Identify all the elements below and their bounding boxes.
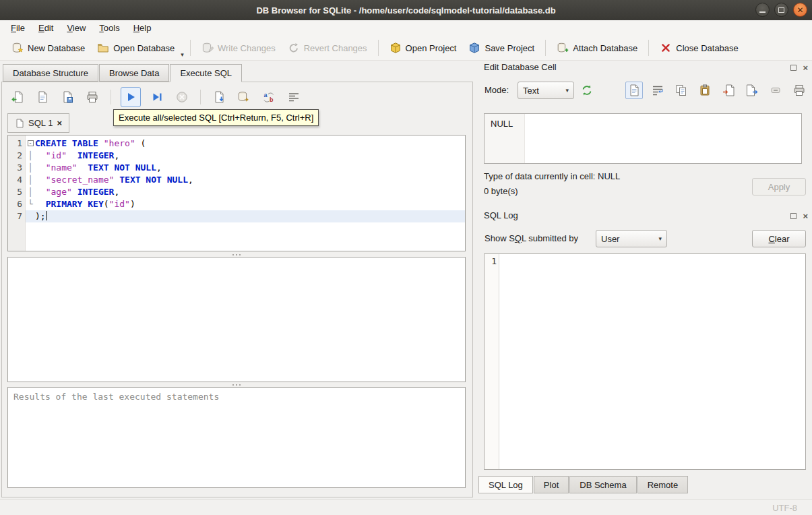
write-changes-label: Write Changes bbox=[218, 43, 276, 53]
print-button[interactable] bbox=[84, 88, 101, 106]
line-number: 4 bbox=[8, 174, 26, 186]
menu-file[interactable]: File bbox=[4, 21, 32, 35]
open-database-icon bbox=[97, 42, 109, 54]
menu-edit[interactable]: Edit bbox=[32, 21, 60, 35]
code-line: CREATE TABLE "hero" ( bbox=[35, 138, 465, 150]
tab-remote[interactable]: Remote bbox=[637, 476, 689, 493]
sql-doc-tab[interactable]: SQL 1 × bbox=[7, 113, 69, 133]
tab-db-schema[interactable]: DB Schema bbox=[569, 476, 636, 493]
new-database-button[interactable]: New Database bbox=[5, 39, 91, 57]
apply-button[interactable]: Apply bbox=[752, 178, 806, 195]
text-edit-button[interactable] bbox=[625, 82, 643, 99]
copy-cell-button[interactable] bbox=[673, 82, 690, 99]
line-number: 3 bbox=[8, 162, 26, 174]
tab-sql-log[interactable]: SQL Log bbox=[478, 476, 533, 493]
close-button[interactable]: ✕ bbox=[793, 3, 807, 17]
splitter-handle[interactable] bbox=[7, 252, 466, 257]
clear-log-button[interactable]: Clear bbox=[752, 230, 806, 247]
mode-select[interactable]: Text ▾ bbox=[518, 82, 574, 99]
menu-help[interactable]: Help bbox=[127, 21, 158, 35]
editor-line[interactable]: 7); bbox=[8, 210, 465, 222]
open-project-label: Open Project bbox=[406, 43, 457, 53]
attach-database-button[interactable]: Attach Database bbox=[551, 39, 644, 57]
execute-sql-button[interactable] bbox=[121, 87, 141, 107]
toolbar-separator bbox=[378, 40, 379, 56]
attach-database-label: Attach Database bbox=[573, 43, 637, 53]
save-sql-file-button[interactable] bbox=[59, 88, 76, 106]
results-grid-pane[interactable] bbox=[7, 257, 466, 382]
set-null-button[interactable] bbox=[767, 82, 784, 99]
cell-icon-row bbox=[625, 82, 808, 99]
editor-line[interactable]: 3│ "name" TEXT NOT NULL, bbox=[8, 162, 465, 174]
execute-tooltip: Execute all/selected SQL [Ctrl+Return, F… bbox=[113, 109, 319, 126]
editor-line[interactable]: 6└ PRIMARY KEY("id") bbox=[8, 198, 465, 210]
close-database-button[interactable]: Close Database bbox=[654, 39, 745, 57]
toolbar-separator bbox=[648, 40, 649, 56]
tab-execute-sql[interactable]: Execute SQL bbox=[170, 64, 242, 82]
window-title: DB Browser for SQLite - /home/user/code/… bbox=[256, 5, 555, 16]
float-icon[interactable] bbox=[790, 213, 797, 219]
line-number: 1 bbox=[8, 138, 26, 150]
new-tab-icon bbox=[11, 90, 24, 104]
print-cell-button[interactable] bbox=[790, 82, 808, 99]
tab-plot[interactable]: Plot bbox=[534, 476, 569, 493]
window-controls: ✕ bbox=[755, 3, 807, 17]
write-changes-button[interactable]: Write Changes bbox=[195, 39, 282, 57]
sql-log-area[interactable]: 1 bbox=[484, 253, 806, 470]
status-bar: UTF-8 bbox=[0, 499, 812, 515]
word-wrap-button[interactable] bbox=[649, 82, 666, 99]
save-project-button[interactable]: Save Project bbox=[462, 39, 540, 57]
fold-marker-icon bbox=[26, 210, 35, 222]
import-cell-button[interactable] bbox=[720, 82, 737, 99]
open-database-dropdown[interactable]: ▾ bbox=[181, 51, 185, 60]
save-results-button[interactable] bbox=[210, 88, 228, 106]
open-sql-file-button[interactable] bbox=[34, 88, 51, 106]
cell-editor[interactable]: NULL bbox=[484, 113, 802, 164]
splitter-handle[interactable] bbox=[7, 382, 466, 387]
close-tab-icon[interactable]: × bbox=[57, 118, 62, 128]
fold-marker-icon: │ bbox=[26, 150, 35, 162]
fold-marker-icon[interactable]: - bbox=[26, 138, 35, 150]
dock-close-icon[interactable]: × bbox=[803, 64, 808, 71]
paste-cell-button[interactable] bbox=[696, 82, 714, 99]
menu-tools[interactable]: Tools bbox=[92, 21, 126, 35]
execute-current-line-button[interactable] bbox=[148, 88, 166, 106]
word-wrap-button[interactable] bbox=[285, 88, 303, 106]
results-message-pane[interactable]: Results of the last executed statements bbox=[7, 387, 466, 488]
submitted-by-select[interactable]: User ▾ bbox=[596, 230, 667, 247]
export-cell-icon bbox=[745, 84, 759, 97]
revert-changes-button[interactable]: Revert Changes bbox=[282, 39, 373, 57]
export-csv-button[interactable] bbox=[235, 88, 253, 106]
maximize-button[interactable] bbox=[774, 3, 788, 17]
editor-line[interactable]: 2│ "id" INTEGER, bbox=[8, 150, 465, 162]
editor-line[interactable]: 5│ "age" INTEGER, bbox=[8, 186, 465, 198]
edit-cell-toolbar: Mode: Text ▾ bbox=[476, 81, 812, 100]
save-project-icon bbox=[468, 42, 480, 54]
close-database-icon bbox=[660, 42, 672, 54]
minimize-button[interactable] bbox=[755, 3, 770, 17]
export-cell-button[interactable] bbox=[743, 82, 761, 99]
editor-line[interactable]: 4│ "secret_name" TEXT NOT NULL, bbox=[8, 174, 465, 186]
svg-text:a: a bbox=[264, 92, 268, 98]
editor-line[interactable]: 1-CREATE TABLE "hero" ( bbox=[8, 138, 465, 150]
edit-cell-title: Edit Database Cell bbox=[484, 62, 557, 72]
titlebar[interactable]: DB Browser for SQLite - /home/user/code/… bbox=[0, 0, 812, 20]
import-cell-icon bbox=[722, 84, 735, 97]
new-tab-button[interactable] bbox=[9, 88, 26, 106]
mode-label: Mode: bbox=[485, 85, 509, 95]
tab-database-structure[interactable]: Database Structure bbox=[3, 64, 98, 82]
code-line: "name" TEXT NOT NULL, bbox=[35, 162, 465, 174]
open-project-button[interactable]: Open Project bbox=[383, 39, 463, 57]
float-icon[interactable] bbox=[790, 65, 797, 71]
menu-view[interactable]: View bbox=[60, 21, 92, 35]
open-database-button[interactable]: Open Database bbox=[91, 39, 181, 57]
stop-button[interactable] bbox=[173, 88, 191, 106]
sql-doc-tab-label: SQL 1 bbox=[28, 118, 53, 128]
sql-editor[interactable]: 1-CREATE TABLE "hero" (2│ "id" INTEGER,3… bbox=[7, 135, 466, 251]
line-number: 5 bbox=[8, 186, 26, 198]
dock-close-icon[interactable]: × bbox=[803, 212, 808, 220]
tab-browse-data[interactable]: Browse Data bbox=[99, 64, 169, 82]
find-replace-button[interactable]: ab bbox=[260, 88, 278, 106]
open-in-external-button[interactable] bbox=[578, 82, 596, 99]
sql-toolbar: ab bbox=[9, 86, 303, 108]
